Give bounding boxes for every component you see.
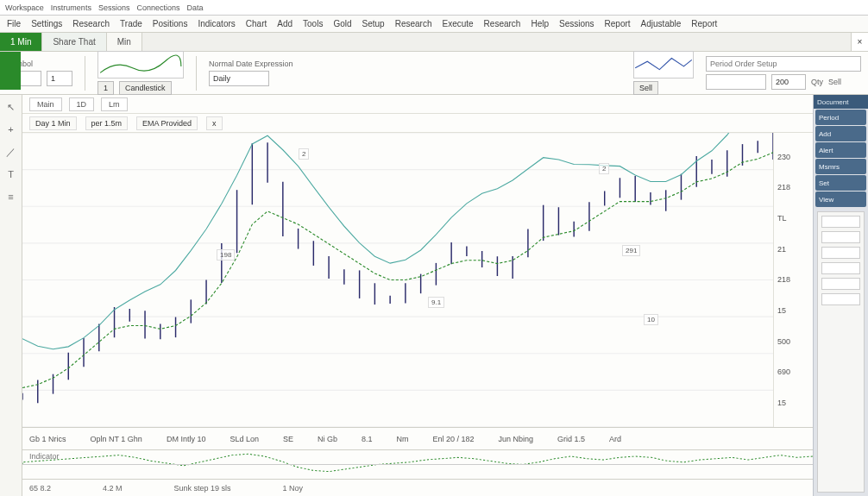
menu-item[interactable]: Add: [277, 19, 292, 28]
chart-x-axis: Gb 1 NricsOpln NT 1 GhnDM Intly 10SLd Lo…: [22, 427, 813, 449]
menu-item[interactable]: Report: [605, 19, 631, 28]
menu-item[interactable]: Positions: [153, 19, 188, 28]
titlebar-item[interactable]: Sessions: [98, 3, 130, 12]
menu-item[interactable]: Trade: [120, 19, 142, 28]
charttype-button[interactable]: Candlestick: [119, 81, 172, 95]
period-input[interactable]: [47, 71, 72, 86]
sell-price-input[interactable]: [706, 74, 766, 90]
right-panel-field[interactable]: [821, 216, 860, 228]
right-panel-item[interactable]: View: [815, 191, 866, 207]
titlebar-item[interactable]: Connections: [136, 3, 179, 12]
menu-item[interactable]: Sessions: [559, 19, 594, 28]
right-panel-field[interactable]: [821, 262, 860, 274]
right-panel-header: Document: [814, 95, 868, 109]
toolbar: Symbol 1 Candlestick Normal Date Express…: [0, 52, 868, 95]
chart-annotation: 198: [217, 249, 235, 261]
interval-button[interactable]: 1: [97, 81, 114, 95]
menu-item[interactable]: Help: [531, 19, 549, 28]
right-panel-item[interactable]: Period: [815, 110, 866, 125]
pointer-icon[interactable]: ↖: [4, 100, 18, 114]
y-axis-label: 15: [777, 399, 809, 407]
x-axis-label: 8.1: [362, 435, 373, 443]
right-panel-field[interactable]: [821, 293, 860, 305]
y-axis-label: 21: [777, 245, 809, 254]
toolbar-divider: [85, 56, 85, 91]
right-panel-item[interactable]: Alert: [815, 142, 866, 158]
legend-item[interactable]: per 1.5m: [85, 116, 129, 130]
legend-item[interactable]: EMA Provided: [136, 116, 198, 130]
close-icon[interactable]: ×: [851, 33, 868, 51]
menu-item[interactable]: Execute: [442, 19, 473, 28]
trend-icon[interactable]: ／: [4, 145, 18, 159]
menu-item[interactable]: Setup: [362, 19, 385, 28]
y-axis-label: 690: [777, 367, 809, 376]
range-label: Normal Date Expression: [209, 60, 293, 68]
x-axis-label: Ni Gb: [318, 435, 337, 443]
titlebar-item[interactable]: Workspace: [5, 3, 44, 12]
right-panel: Document PeriodAddAlertMsmrsSetView: [813, 95, 868, 496]
sub-tab[interactable]: 1D: [69, 97, 95, 111]
tab-bar: 1 MinShare ThatMin ×: [0, 33, 868, 52]
crosshair-icon[interactable]: +: [4, 122, 18, 136]
menu-item[interactable]: Adjustable: [641, 19, 682, 28]
menu-item[interactable]: Tools: [303, 19, 323, 28]
sell-mini-button[interactable]: Sell: [633, 81, 658, 95]
menu-item[interactable]: Indicators: [198, 19, 235, 28]
chart-y-axis: 230218TL212181550069015: [773, 133, 813, 427]
mini-chart[interactable]: [97, 51, 184, 78]
menu-item[interactable]: Gold: [333, 19, 351, 28]
indicator-strip: Indicator: [22, 449, 813, 479]
chart-annotation: 10: [644, 314, 658, 325]
qty-input[interactable]: [771, 74, 806, 90]
titlebar-item[interactable]: Instruments: [51, 3, 91, 12]
text-icon[interactable]: T: [4, 167, 18, 181]
legend-item[interactable]: Day 1 Min: [29, 116, 77, 130]
y-axis-label: TL: [777, 214, 809, 223]
chart-canvas[interactable]: 21989.1229110: [22, 133, 773, 427]
order-mini-chart[interactable]: [633, 51, 694, 78]
menu-item[interactable]: File: [7, 19, 21, 28]
menu-item[interactable]: Report: [691, 19, 717, 28]
range-input[interactable]: [209, 71, 269, 86]
chart-tab[interactable]: 1 Min: [0, 33, 42, 51]
title-bar: WorkspaceInstrumentsSessionsConnectionsD…: [0, 0, 868, 16]
chart-tab[interactable]: Share That: [42, 33, 106, 51]
menu-item[interactable]: Research: [484, 19, 521, 28]
x-axis-label: Jun Nbing: [499, 435, 534, 443]
y-axis-label: 500: [777, 337, 809, 346]
chart-annotation: 2: [599, 163, 609, 174]
menu-item[interactable]: Research: [395, 19, 432, 28]
y-axis-label: 230: [777, 153, 809, 161]
chart-tab[interactable]: Min: [107, 33, 142, 51]
y-axis-label: 218: [777, 183, 809, 191]
menu-item[interactable]: Settings: [31, 19, 62, 28]
right-panel-item[interactable]: Msmrs: [815, 159, 866, 174]
chart-annotation: 2: [299, 148, 309, 160]
menu-item[interactable]: Research: [72, 19, 110, 28]
right-panel-field[interactable]: [821, 247, 860, 259]
right-panel-field[interactable]: [821, 231, 860, 243]
footer-label: 1 Noy: [283, 484, 304, 493]
range-group: Normal Date Expression: [209, 60, 293, 86]
ruler-icon[interactable]: ≡: [4, 190, 18, 204]
x-axis-label: DM Intly 10: [167, 435, 206, 443]
y-axis-label: 15: [777, 306, 809, 315]
x-axis-label: Enl 20 / 182: [432, 435, 474, 443]
right-panel-item[interactable]: Set: [815, 175, 866, 191]
legend-item[interactable]: x: [206, 116, 223, 130]
sub-tab[interactable]: Lm: [101, 97, 128, 111]
right-panel-fields: [817, 211, 865, 493]
order-setup-input[interactable]: [706, 56, 861, 72]
workspace: ↖+／T≡ Main1DLm Day 1 Minper 1.5mEMA Prov…: [0, 95, 868, 496]
chart-annotation: 291: [622, 245, 640, 256]
right-panel-item[interactable]: Add: [815, 126, 866, 141]
x-axis-label: Nm: [396, 435, 408, 443]
titlebar-item[interactable]: Data: [186, 3, 203, 12]
qty-label: Qty: [811, 78, 823, 86]
x-axis-label: Ard: [609, 435, 621, 443]
right-panel-field[interactable]: [821, 278, 860, 290]
sub-tab[interactable]: Main: [29, 97, 62, 111]
footer-label: Sunk step 19 sls: [174, 484, 231, 493]
footer-label: 4.2 M: [103, 484, 123, 493]
menu-item[interactable]: Chart: [246, 19, 267, 28]
